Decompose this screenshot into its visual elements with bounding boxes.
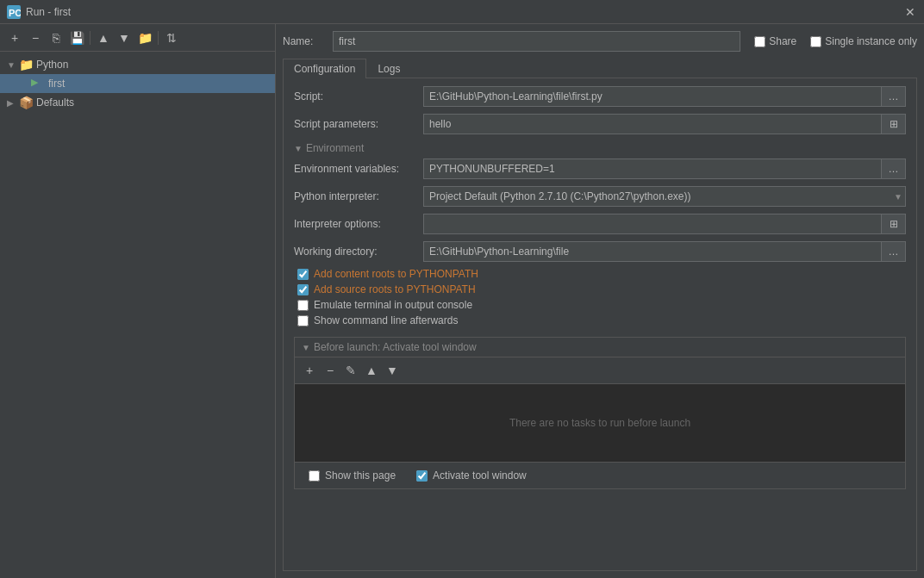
python-interp-row: Python interpreter: Project Default (Pyt… (294, 185, 906, 208)
python-interp-select-wrapper: Project Default (Python 2.7.10 (C:\Pytho… (423, 186, 906, 207)
script-input[interactable] (423, 86, 882, 107)
env-section-arrow: ▼ (294, 144, 303, 153)
show-command-checkbox[interactable] (297, 315, 309, 326)
working-dir-row: Working directory: … (294, 240, 906, 263)
left-panel: + − ⎘ 💾 ▲ ▼ 📁 ⇅ ▼ 📁 Python ▶ first (0, 24, 276, 578)
python-interp-label: Python interpreter: (294, 190, 423, 202)
before-launch-add-button[interactable]: + (300, 361, 319, 380)
main-container: + − ⎘ 💾 ▲ ▼ 📁 ⇅ ▼ 📁 Python ▶ first (0, 24, 924, 578)
environment-section-header: ▼ Environment (294, 142, 906, 154)
script-params-row: Script parameters: ⊞ (294, 113, 906, 135)
right-panel: Name: Share Single instance only Configu… (276, 24, 924, 578)
before-launch-section: ▼ Before launch: Activate tool window + … (294, 337, 906, 463)
svg-text:PC: PC (9, 8, 21, 18)
move-up-button[interactable]: ▲ (94, 28, 113, 47)
python-folder-icon: 📁 (19, 58, 33, 71)
add-source-roots-checkbox[interactable] (297, 284, 309, 295)
toolbar-sep-2 (158, 31, 159, 45)
activate-tool-window-label: Activate tool window (433, 469, 527, 482)
tab-configuration[interactable]: Configuration (283, 59, 366, 78)
show-command-label: Show command line afterwards (314, 314, 458, 326)
activate-tool-window-row: Activate tool window (413, 469, 527, 482)
script-params-input[interactable] (423, 114, 882, 134)
title-bar: PC Run - first ✕ (0, 0, 924, 24)
app-icon: PC (7, 5, 21, 19)
config-tabs: Configuration Logs (283, 59, 917, 78)
interp-options-input[interactable] (423, 214, 882, 234)
working-dir-browse-button[interactable]: … (882, 241, 906, 262)
show-this-page-row: Show this page (305, 469, 396, 482)
add-content-roots-checkbox[interactable] (297, 269, 309, 280)
share-label: Share (769, 35, 796, 47)
env-vars-label: Environment variables: (294, 163, 423, 175)
interp-options-browse-button[interactable]: ⊞ (882, 214, 906, 234)
emulate-terminal-label: Emulate terminal in output console (314, 299, 472, 311)
env-vars-row: Environment variables: … (294, 158, 906, 180)
defaults-icon: 📦 (19, 96, 33, 109)
left-toolbar: + − ⎘ 💾 ▲ ▼ 📁 ⇅ (0, 24, 275, 52)
environment-label: Environment (306, 142, 364, 154)
interp-options-label: Interpreter options: (294, 218, 423, 230)
script-params-label: Script parameters: (294, 118, 423, 130)
sort-button[interactable]: ⇅ (162, 28, 181, 47)
bottom-checkboxes: Show this page Activate tool window (294, 463, 906, 489)
before-launch-title: Before launch: Activate tool window (314, 341, 477, 353)
before-launch-up-button[interactable]: ▲ (362, 361, 381, 380)
show-command-row: Show command line afterwards (294, 314, 906, 326)
add-content-roots-row: Add content roots to PYTHONPATH (294, 268, 906, 280)
move-folder-button[interactable]: 📁 (135, 28, 154, 47)
defaults-chevron: ▶ (7, 98, 19, 108)
tree-item-defaults[interactable]: ▶ 📦 Defaults (0, 93, 275, 112)
first-run-icon: ▶ (31, 77, 45, 90)
show-this-page-label: Show this page (325, 469, 396, 482)
before-launch-body: There are no tasks to run before launch (295, 384, 905, 462)
config-panel: Script: … Script parameters: ⊞ ▼ Environ… (283, 78, 917, 571)
share-group: Share (754, 35, 796, 47)
save-config-button[interactable]: 💾 (67, 28, 86, 47)
before-launch-toolbar: + − ✎ ▲ ▼ (295, 357, 905, 384)
remove-config-button[interactable]: − (26, 28, 45, 47)
add-source-roots-label: Add source roots to PYTHONPATH (314, 283, 476, 295)
env-vars-input[interactable] (423, 158, 882, 179)
python-chevron: ▼ (7, 60, 19, 70)
name-row: Name: Share Single instance only (283, 31, 917, 52)
python-interp-select[interactable]: Project Default (Python 2.7.10 (C:\Pytho… (423, 186, 906, 207)
tree-item-python[interactable]: ▼ 📁 Python (0, 55, 275, 74)
single-instance-checkbox[interactable] (810, 36, 821, 47)
before-launch-edit-button[interactable]: ✎ (341, 361, 360, 380)
emulate-terminal-row: Emulate terminal in output console (294, 299, 906, 311)
move-down-button[interactable]: ▼ (115, 28, 134, 47)
close-icon[interactable]: ✕ (903, 5, 917, 19)
config-tree: ▼ 📁 Python ▶ first ▶ 📦 Defaults (0, 52, 275, 578)
activate-tool-window-checkbox[interactable] (416, 470, 428, 482)
name-input[interactable] (333, 31, 740, 52)
working-dir-input[interactable] (423, 241, 882, 262)
add-source-roots-row: Add source roots to PYTHONPATH (294, 283, 906, 295)
script-browse-button[interactable]: … (882, 86, 906, 107)
before-launch-remove-button[interactable]: − (321, 361, 340, 380)
add-content-roots-label: Add content roots to PYTHONPATH (314, 268, 478, 280)
before-launch-down-button[interactable]: ▼ (383, 361, 402, 380)
tab-logs[interactable]: Logs (366, 59, 411, 78)
copy-config-button[interactable]: ⎘ (47, 28, 66, 47)
name-label: Name: (283, 35, 326, 47)
first-item-label: first (48, 78, 65, 90)
single-instance-label: Single instance only (825, 35, 917, 47)
before-launch-header: ▼ Before launch: Activate tool window (295, 338, 905, 357)
add-config-button[interactable]: + (5, 28, 24, 47)
toolbar-sep-1 (90, 31, 91, 45)
window-title: Run - first (26, 6, 71, 18)
before-launch-empty-message: There are no tasks to run before launch (509, 417, 690, 429)
script-label: Script: (294, 90, 423, 103)
env-vars-browse-button[interactable]: … (882, 158, 906, 179)
share-checkbox[interactable] (754, 36, 765, 47)
working-dir-label: Working directory: (294, 245, 423, 258)
before-launch-arrow: ▼ (302, 343, 310, 352)
python-group-label: Python (36, 59, 68, 71)
script-params-browse-button[interactable]: ⊞ (882, 114, 906, 134)
tree-item-first[interactable]: ▶ first (0, 74, 275, 93)
emulate-terminal-checkbox[interactable] (297, 300, 309, 311)
show-this-page-checkbox[interactable] (309, 470, 320, 482)
title-bar-left: PC Run - first (7, 5, 71, 19)
script-row: Script: … (294, 85, 906, 108)
